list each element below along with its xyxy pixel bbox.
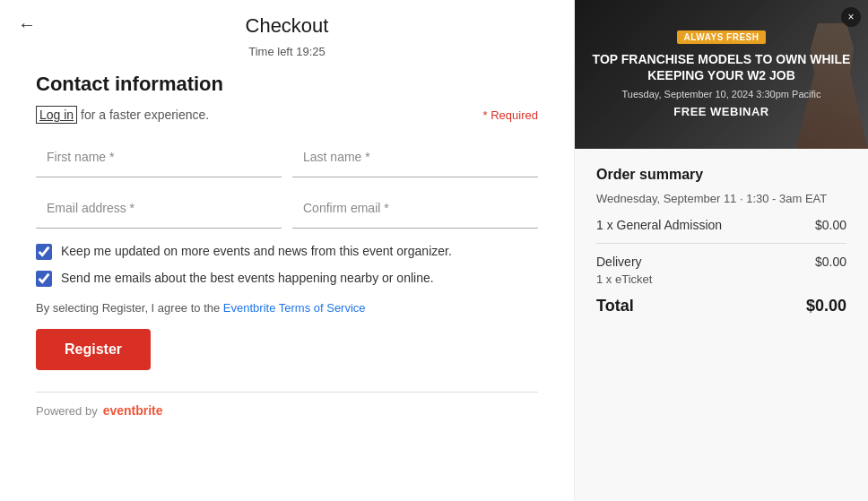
back-arrow-icon[interactable]: ← [18,14,36,35]
login-suffix: for a faster experience. [77,108,209,122]
powered-by-footer: Powered by eventbrite [36,403,538,418]
confirm-email-input[interactable] [292,188,538,229]
last-name-group [292,137,538,177]
order-divider [596,243,846,244]
order-summary: Order summary Wednesday, September 11 · … [575,149,868,333]
delivery-label: Delivery [596,255,642,269]
checkbox-section: Keep me updated on more events and news … [36,243,538,287]
time-left-display: Time left 19:25 [0,41,574,73]
updates-checkbox-label: Keep me updated on more events and news … [61,243,452,261]
ticket-line: 1 x General Admission $0.00 [596,218,846,232]
confirm-email-group [292,188,538,229]
nearby-checkbox-label: Send me emails about the best events hap… [61,270,434,288]
updates-checkbox[interactable] [36,244,52,260]
email-input-row [36,188,538,229]
eventbrite-brand: eventbrite [103,403,163,418]
register-button[interactable]: Register [36,329,151,370]
ad-date: Tuesday, September 10, 2024 3:30pm Pacif… [622,89,821,99]
delivery-price: $0.00 [815,255,846,269]
nearby-checkbox[interactable] [36,271,52,287]
ad-title: TOP FRANCHISE MODELS TO OWN WHILE KEEPIN… [586,51,857,83]
event-datetime: Wednesday, September 11 · 1:30 - 3am EAT [596,192,846,205]
ad-overlay: ALWAYS FRESH TOP FRANCHISE MODELS TO OWN… [575,0,868,149]
page-title: Checkout [0,14,574,38]
total-label: Total [596,297,634,315]
contact-info-heading: Contact information [36,73,538,96]
updates-checkbox-row: Keep me updated on more events and news … [36,243,538,261]
email-group [36,188,282,229]
powered-by-text: Powered by [36,404,98,418]
delivery-line: Delivery $0.00 [596,255,846,269]
right-panel: ALWAYS FRESH TOP FRANCHISE MODELS TO OWN… [574,0,868,501]
login-suggestion: Log in for a faster experience. [36,107,209,123]
ad-tag: ALWAYS FRESH [677,30,767,44]
left-panel: ← Checkout Time left 19:25 Contact infor… [0,0,574,501]
terms-link[interactable]: Eventbrite Terms of Service [223,301,366,315]
first-name-group [36,137,282,177]
required-label: * Required [483,108,538,122]
ticket-label: 1 x General Admission [596,218,722,232]
login-link[interactable]: Log in [36,106,77,124]
order-summary-title: Order summary [596,167,846,183]
total-row: Total $0.00 [596,297,846,315]
bottom-divider [36,392,538,393]
ad-close-button[interactable]: × [841,7,861,27]
ad-banner: ALWAYS FRESH TOP FRANCHISE MODELS TO OWN… [575,0,868,149]
terms-row: By selecting Register, I agree to the Ev… [36,301,538,315]
form-area: Contact information Log in for a faster … [0,73,574,445]
last-name-input[interactable] [292,137,538,177]
login-row: Log in for a faster experience. * Requir… [36,107,538,123]
ticket-price: $0.00 [815,218,846,232]
email-input[interactable] [36,188,282,229]
eticket-label: 1 x eTicket [596,272,846,286]
nearby-checkbox-row: Send me emails about the best events hap… [36,270,538,288]
ad-free-label: FREE WEBINAR [673,105,768,118]
checkout-header: ← Checkout [0,0,574,41]
total-price: $0.00 [806,297,846,315]
name-input-row [36,137,538,177]
first-name-input[interactable] [36,137,282,177]
